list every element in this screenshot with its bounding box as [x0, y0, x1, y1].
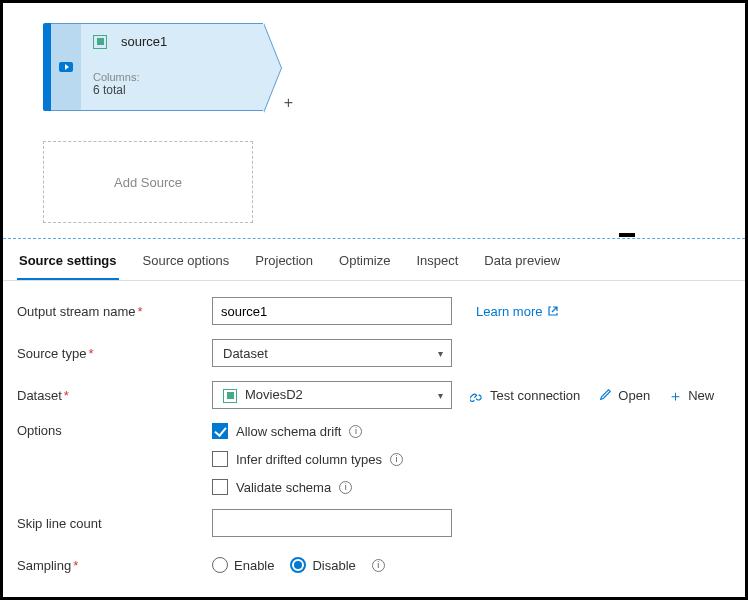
tab-data-preview[interactable]: Data preview — [482, 249, 562, 280]
row-dataset: Dataset* MoviesD2 ▾ Test connection Open… — [17, 381, 731, 409]
info-icon[interactable]: i — [372, 559, 385, 572]
source-body: source1 Columns: 6 total + — [81, 23, 263, 111]
dataflow-canvas: source1 Columns: 6 total + Add Source — [3, 3, 745, 238]
learn-more-link[interactable]: Learn more — [476, 304, 559, 319]
open-dataset-link[interactable]: Open — [598, 388, 650, 403]
info-icon[interactable]: i — [390, 453, 403, 466]
panel-divider[interactable] — [3, 238, 745, 239]
checkbox-allow-drift[interactable]: Allow schema drift i — [212, 423, 403, 439]
radio-sampling-enable[interactable]: Enable — [212, 557, 274, 573]
checkbox-validate-schema[interactable]: Validate schema i — [212, 479, 403, 495]
label-skip-lines: Skip line count — [17, 516, 212, 531]
row-skip-lines: Skip line count — [17, 509, 731, 537]
pencil-icon — [598, 388, 612, 402]
source-type-value: Dataset — [223, 346, 268, 361]
source-type-icon-box — [51, 23, 81, 111]
row-output-stream: Output stream name* Learn more — [17, 297, 731, 325]
row-options: Options Allow schema drift i Infer drift… — [17, 423, 731, 495]
output-stream-input[interactable] — [212, 297, 452, 325]
add-transformation-icon[interactable]: + — [284, 94, 293, 112]
learn-more-text: Learn more — [476, 304, 542, 319]
external-link-icon — [547, 305, 559, 317]
test-connection-icon — [470, 388, 484, 402]
options-group: Allow schema drift i Infer drifted colum… — [212, 423, 403, 495]
radio-icon — [212, 557, 228, 573]
label-source-type: Source type* — [17, 346, 212, 361]
add-source-button[interactable]: Add Source — [43, 141, 253, 223]
dataset-pipeline-icon — [58, 59, 74, 75]
dataset-value: MoviesD2 — [245, 387, 303, 402]
checkbox-icon — [212, 479, 228, 495]
sampling-radios: Enable Disable i — [212, 557, 385, 573]
info-icon[interactable]: i — [349, 425, 362, 438]
chevron-down-icon: ▾ — [438, 390, 443, 401]
tab-source-options[interactable]: Source options — [141, 249, 232, 280]
dataset-actions: Test connection Open ＋ New — [470, 388, 714, 403]
radio-icon — [290, 557, 306, 573]
radio-sampling-disable[interactable]: Disable — [290, 557, 355, 573]
add-source-label: Add Source — [114, 175, 182, 190]
source-type-select[interactable]: Dataset ▾ — [212, 339, 452, 367]
plus-icon: ＋ — [668, 388, 682, 402]
chevron-down-icon: ▾ — [438, 348, 443, 359]
source-columns-value: 6 total — [93, 83, 251, 97]
dataset-value-wrap: MoviesD2 — [223, 387, 303, 403]
source-settings-form: Output stream name* Learn more Source ty… — [3, 281, 745, 600]
dataset-select[interactable]: MoviesD2 ▾ — [212, 381, 452, 409]
row-source-type: Source type* Dataset ▾ — [17, 339, 731, 367]
source-columns-label: Columns: — [93, 71, 251, 83]
settings-tabs: Source settings Source options Projectio… — [3, 239, 745, 281]
source-node[interactable]: source1 Columns: 6 total + — [43, 23, 263, 111]
tab-inspect[interactable]: Inspect — [414, 249, 460, 280]
checkbox-infer-types[interactable]: Infer drifted column types i — [212, 451, 403, 467]
new-dataset-link[interactable]: ＋ New — [668, 388, 714, 403]
label-sampling: Sampling* — [17, 558, 212, 573]
tab-source-settings[interactable]: Source settings — [17, 249, 119, 280]
divider-handle-icon[interactable] — [619, 233, 635, 237]
checkbox-icon — [212, 423, 228, 439]
info-icon[interactable]: i — [339, 481, 352, 494]
label-output-stream: Output stream name* — [17, 304, 212, 319]
tab-projection[interactable]: Projection — [253, 249, 315, 280]
checkbox-icon — [212, 451, 228, 467]
label-dataset: Dataset* — [17, 388, 212, 403]
skip-lines-input[interactable] — [212, 509, 452, 537]
label-options: Options — [17, 423, 212, 438]
test-connection-link[interactable]: Test connection — [470, 388, 580, 403]
dataset-icon — [223, 389, 237, 403]
row-sampling: Sampling* Enable Disable i — [17, 551, 731, 579]
source-title: source1 — [121, 34, 167, 49]
dataset-icon — [93, 35, 107, 49]
source-handle[interactable] — [43, 23, 51, 111]
tab-optimize[interactable]: Optimize — [337, 249, 392, 280]
source-title-row: source1 — [93, 34, 251, 49]
